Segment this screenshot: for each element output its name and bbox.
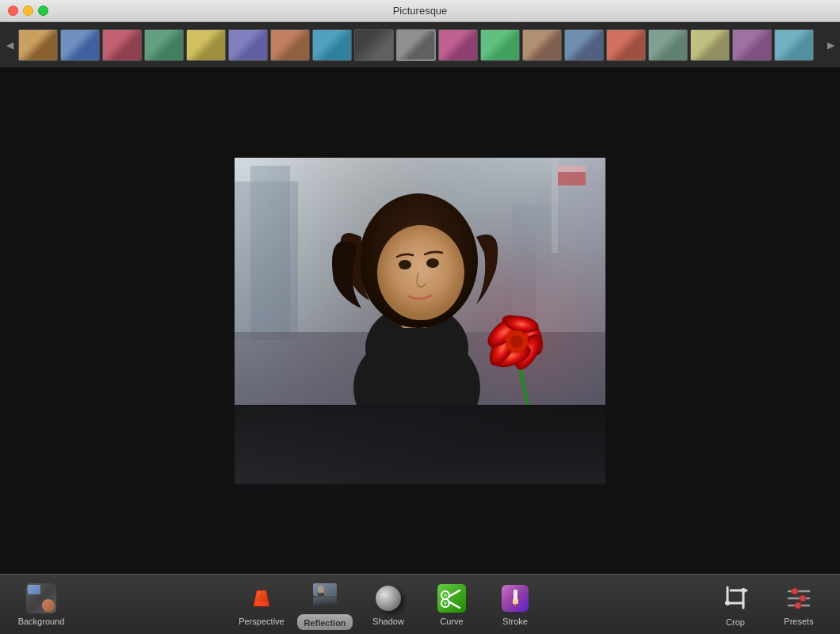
- photo-reflection: [235, 405, 605, 484]
- film-thumb-8[interactable]: [312, 29, 352, 61]
- svg-marker-28: [254, 602, 269, 606]
- tool-curve[interactable]: Curve: [420, 578, 483, 632]
- film-thumb-1[interactable]: [18, 29, 58, 61]
- filmstrip-left-arrow[interactable]: ◀: [3, 29, 16, 61]
- tool-curve-label: Curve: [440, 617, 463, 626]
- tool-background[interactable]: Background: [10, 578, 73, 632]
- maximize-button[interactable]: [38, 6, 48, 16]
- film-thumb-7[interactable]: [270, 29, 310, 61]
- close-button[interactable]: [8, 6, 18, 16]
- photo-container: [235, 158, 605, 484]
- film-thumb-16[interactable]: [648, 29, 688, 61]
- svg-rect-36: [437, 584, 466, 613]
- tool-perspective[interactable]: Perspective: [230, 578, 293, 632]
- svg-point-39: [444, 594, 447, 597]
- tool-shadow[interactable]: Shadow: [357, 578, 420, 632]
- tool-background-label: Background: [18, 617, 65, 626]
- filmstrip: ◀ ▶: [0, 22, 840, 68]
- toolbar: Background Perspective: [0, 574, 840, 634]
- film-thumb-11[interactable]: [438, 29, 478, 61]
- tool-crop-label: Crop: [726, 617, 745, 627]
- svg-point-13: [377, 225, 464, 320]
- tool-presets-label: Presets: [784, 617, 813, 626]
- tool-presets[interactable]: Presets: [767, 578, 830, 632]
- main-canvas: [0, 68, 840, 574]
- svg-point-48: [741, 588, 746, 593]
- titlebar: Picturesque: [0, 0, 840, 22]
- svg-point-15: [426, 258, 439, 268]
- app-title: Picturesque: [393, 5, 448, 17]
- tool-reflection-label: Reflection: [304, 618, 346, 628]
- film-thumb-17[interactable]: [690, 29, 730, 61]
- svg-point-30: [318, 586, 324, 594]
- tool-stroke-label: Stroke: [502, 617, 528, 626]
- film-thumb-2[interactable]: [60, 29, 100, 61]
- curve-icon: [437, 583, 467, 613]
- film-thumb-3[interactable]: [102, 29, 142, 61]
- reflection-icon: [309, 579, 341, 611]
- film-thumb-4[interactable]: [144, 29, 184, 61]
- svg-point-52: [792, 588, 798, 594]
- tool-shadow-label: Shadow: [372, 617, 404, 626]
- main-photo: [235, 158, 605, 405]
- tool-reflection[interactable]: Reflection: [293, 578, 357, 632]
- film-thumb-18[interactable]: [732, 29, 772, 61]
- svg-point-14: [399, 260, 411, 269]
- crop-icon: [720, 582, 751, 614]
- svg-rect-29: [313, 583, 337, 596]
- filmstrip-right-arrow[interactable]: ▶: [824, 29, 837, 61]
- film-thumb-19[interactable]: [774, 29, 814, 61]
- svg-rect-35: [313, 598, 337, 607]
- svg-point-47: [725, 601, 730, 605]
- stroke-icon: [500, 583, 530, 613]
- perspective-icon: [246, 583, 277, 613]
- film-thumb-13[interactable]: [522, 29, 562, 61]
- background-icon: [26, 583, 56, 613]
- svg-rect-41: [514, 590, 517, 601]
- film-thumb-14[interactable]: [564, 29, 604, 61]
- tool-perspective-label: Perspective: [239, 617, 284, 626]
- svg-point-53: [800, 595, 806, 602]
- svg-rect-31: [318, 593, 324, 596]
- minimize-button[interactable]: [23, 6, 33, 16]
- film-thumb-5[interactable]: [186, 29, 226, 61]
- svg-point-54: [795, 602, 801, 609]
- film-thumb-15[interactable]: [606, 29, 646, 61]
- traffic-lights[interactable]: [8, 6, 48, 16]
- svg-point-26: [510, 335, 523, 348]
- tool-crop[interactable]: Crop: [704, 578, 767, 632]
- filmstrip-items: [18, 29, 822, 61]
- reflection-active-badge: Reflection: [297, 614, 352, 630]
- film-thumb-9[interactable]: [354, 29, 394, 61]
- shadow-icon: [373, 583, 403, 613]
- tool-stroke[interactable]: Stroke: [483, 578, 547, 632]
- film-thumb-10[interactable]: [396, 29, 436, 61]
- film-thumb-12[interactable]: [480, 29, 520, 61]
- film-thumb-6[interactable]: [228, 29, 268, 61]
- svg-rect-42: [513, 599, 518, 604]
- presets-icon: [784, 583, 814, 613]
- svg-point-40: [444, 602, 447, 605]
